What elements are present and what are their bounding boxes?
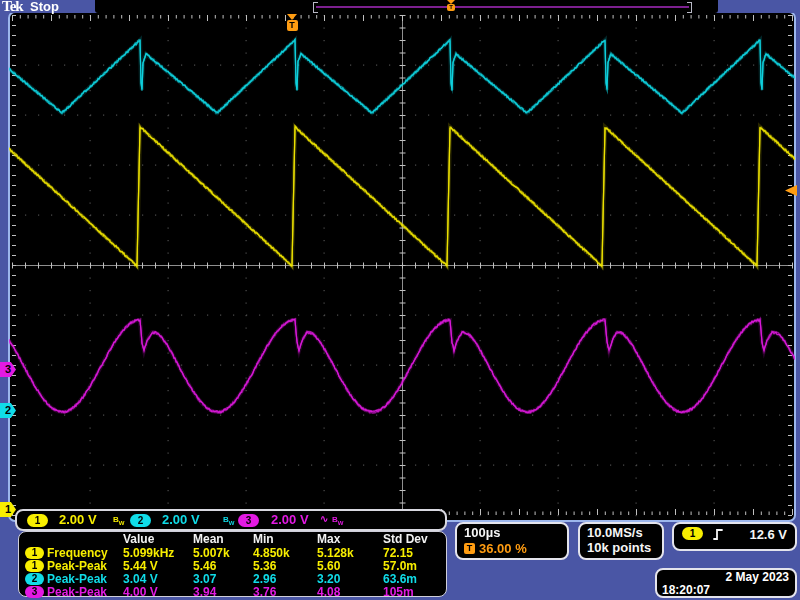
channel3-bandwidth-icon: BW (332, 515, 343, 526)
tek-logo: Tek (2, 0, 23, 15)
col-mean: Mean (193, 533, 224, 546)
channel1-badge: 1 (25, 547, 44, 559)
channel1-badge: 1 (27, 514, 48, 527)
measurement-row: 3 Peak-Peak 4.00 V 3.94 3.76 4.08 105m (19, 586, 446, 599)
channel1-bandwidth-icon: BW (113, 515, 124, 526)
col-max: Max (317, 533, 340, 546)
timebase-scale: 100µs (464, 525, 567, 540)
channel2-bandwidth-icon: BW (223, 515, 234, 526)
trigger-level-readout: 12.6 V (749, 527, 787, 542)
channel-readout-bar: 1 2.00 V BW 2 2.00 V BW 3 2.00 V ∿ BW (15, 509, 447, 531)
time-text: 18:20:07 (657, 584, 789, 597)
trigger-t-icon: T (464, 543, 475, 554)
measurement-min: 3.76 (253, 586, 276, 599)
record-length: 10k points (587, 540, 662, 555)
channel3-badge: 3 (238, 514, 259, 527)
record-view-strip: T (95, 0, 718, 13)
col-stddev: Std Dev (383, 533, 428, 546)
oscilloscope-screen: { "header": { "logo": "Tek", "status": "… (0, 0, 800, 600)
sample-rate: 10.0MS/s (587, 525, 662, 540)
record-window-right-bracket (687, 2, 692, 13)
record-window-left-bracket (313, 2, 318, 13)
channel3-waveform-icon: ∿ (320, 513, 328, 524)
trigger-t-icon: T (447, 4, 455, 11)
record-length-bar (316, 6, 689, 8)
rising-edge-icon (713, 527, 724, 541)
measurement-header-row: Value Mean Min Max Std Dev (19, 533, 446, 546)
horizontal-settings-box: 100µs T 36.00 % (455, 522, 569, 560)
channel1-scale: 2.00 V (59, 512, 97, 527)
channel3-badge: 3 (25, 586, 44, 598)
measurement-std: 105m (383, 586, 414, 599)
acquisition-settings-box: 10.0MS/s 10k points (578, 522, 664, 560)
measurement-mean: 3.94 (193, 586, 216, 599)
trigger-position-readout: T 36.00 % (464, 541, 567, 556)
measurement-table: Value Mean Min Max Std Dev 1 Frequency 5… (18, 531, 447, 597)
channel2-scale: 2.00 V (162, 512, 200, 527)
channel2-badge: 2 (25, 573, 44, 585)
channel2-badge: 2 (130, 514, 151, 527)
channel3-scale: 2.00 V (271, 512, 309, 527)
measurement-name: Peak-Peak (47, 586, 107, 599)
acquisition-status: Stop (30, 0, 59, 14)
graticule-and-traces-canvas (9, 12, 795, 521)
trigger-source-badge: 1 (682, 527, 703, 540)
trigger-t-icon: T (287, 20, 298, 31)
measurement-max: 4.08 (317, 586, 340, 599)
trigger-position-marker: T (286, 14, 298, 31)
top-status-bar: Tek Stop T (0, 0, 800, 13)
datetime-box: 2 May 2023 18:20:07 (655, 568, 797, 598)
channel1-badge: 1 (25, 560, 44, 572)
record-trigger-position-icon: T (446, 0, 456, 11)
trigger-settings-box: 1 12.6 V (672, 522, 797, 551)
col-value: Value (123, 533, 154, 546)
measurement-value: 4.00 V (123, 586, 158, 599)
col-min: Min (253, 533, 274, 546)
trigger-position-percent: 36.00 % (479, 541, 527, 556)
